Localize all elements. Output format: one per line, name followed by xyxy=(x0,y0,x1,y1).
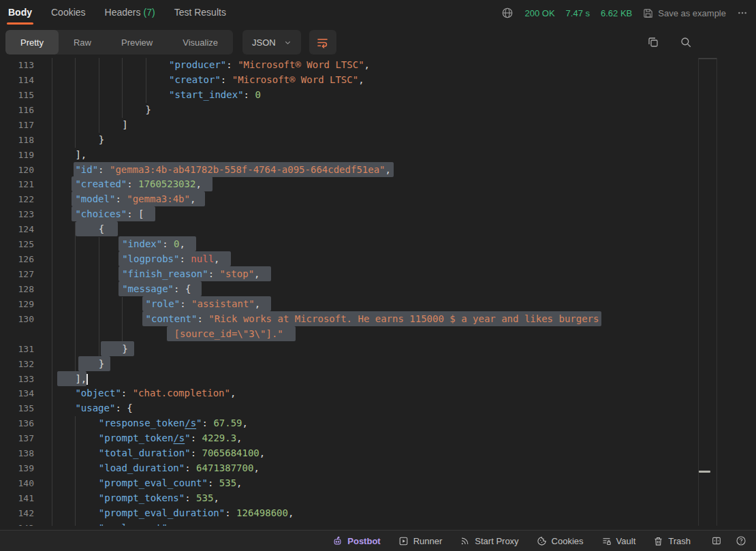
code-line-113[interactable]: 113"producer": "Microsoft® Word LTSC", xyxy=(0,58,756,73)
code-text: "object": "chat.completion", xyxy=(75,386,236,401)
code-line-133[interactable]: 133], xyxy=(0,372,756,387)
code-line-136[interactable]: 136"response_token/s": 67.59, xyxy=(0,416,756,431)
indent-guide xyxy=(75,476,76,491)
line-number: 130 xyxy=(0,312,34,327)
code-line-119[interactable]: 119], xyxy=(0,148,756,163)
view-pretty[interactable]: Pretty xyxy=(5,30,59,54)
more-options-icon[interactable] xyxy=(737,7,748,18)
view-visualize[interactable]: Visualize xyxy=(168,30,233,54)
code-line-137[interactable]: 137"prompt_token/s": 4229.3, xyxy=(0,431,756,446)
code-line-132[interactable]: 132} xyxy=(0,357,756,372)
code-line-117[interactable]: 117] xyxy=(0,118,756,133)
tab-body[interactable]: Body xyxy=(8,0,32,26)
token: : xyxy=(221,74,232,85)
code-text: "start_index": 0 xyxy=(169,88,261,103)
search-icon[interactable] xyxy=(680,36,692,48)
line-wrap-button[interactable] xyxy=(309,30,336,54)
token: "producer" xyxy=(169,59,226,70)
indent-guide xyxy=(122,297,123,312)
code-line-122[interactable]: 122"model": "gemma3:4b", xyxy=(0,192,756,207)
indent-guide xyxy=(122,58,123,73)
postbot-icon xyxy=(332,536,343,546)
line-number: 129 xyxy=(0,297,34,312)
response-size[interactable]: 6.62 KB xyxy=(601,8,632,18)
indent-guide xyxy=(52,521,52,526)
code-line-wrap[interactable]: [source_id=\"3\"]." xyxy=(0,327,756,342)
line-number: 132 xyxy=(0,357,34,372)
code-line-142[interactable]: 142"prompt_eval_duration": 126498600, xyxy=(0,506,756,521)
code-line-121[interactable]: 121"created": 1760523032, xyxy=(0,177,756,192)
text-selection: } xyxy=(101,341,133,356)
tab-headers[interactable]: Headers(7) xyxy=(105,0,155,26)
text-selection: "index": 0, xyxy=(119,236,196,251)
code-line-128[interactable]: 128"message": { xyxy=(0,282,756,297)
scroll-gutter-divider xyxy=(716,58,717,526)
code-line-123[interactable]: 123"choices": [ xyxy=(0,207,756,222)
chevron-down-icon xyxy=(284,39,292,46)
code-line-118[interactable]: 118} xyxy=(0,133,756,148)
code-line-126[interactable]: 126"logprobs": null, xyxy=(0,252,756,267)
save-as-example-button[interactable]: Save as example xyxy=(643,8,726,18)
code-line-141[interactable]: 141"prompt_tokens": 535, xyxy=(0,491,756,506)
response-time[interactable]: 7.47 s xyxy=(566,8,590,18)
token: 0 xyxy=(255,89,260,100)
code-text: ], xyxy=(75,148,86,163)
indent-guide xyxy=(99,73,99,88)
token: ], xyxy=(75,373,86,384)
code-line-138[interactable]: 138"total_duration": 7065684100, xyxy=(0,446,756,461)
token: : xyxy=(185,492,196,503)
trash-button[interactable]: Trash xyxy=(653,536,691,546)
help-icon[interactable] xyxy=(736,535,746,546)
indent-guide xyxy=(75,58,76,73)
token: , xyxy=(214,253,219,264)
view-preview[interactable]: Preview xyxy=(106,30,168,54)
code-line-116[interactable]: 116} xyxy=(0,103,756,118)
code-line-143[interactable]: 143"eval_count": xyxy=(0,521,756,526)
code-text: "finish_reason": "stop", xyxy=(122,267,259,282)
status-code[interactable]: 200 OK xyxy=(524,8,554,18)
postbot-button[interactable]: Postbot xyxy=(332,536,380,546)
code-line-127[interactable]: 127"finish_reason": "stop", xyxy=(0,267,756,282)
code-line-130[interactable]: 130"content": "Rick works at Microsoft. … xyxy=(0,312,756,327)
tab-test-results[interactable]: Test Results xyxy=(174,0,226,26)
code-line-129[interactable]: 129"role": "assistant", xyxy=(0,297,756,312)
indent-guide xyxy=(99,327,99,342)
code-text: "prompt_tokens": 535, xyxy=(99,491,219,506)
scrollbar-marker[interactable] xyxy=(699,471,710,473)
code-line-125[interactable]: 125"index": 0, xyxy=(0,237,756,252)
code-line-135[interactable]: 135"usage": { xyxy=(0,401,756,416)
line-number: 117 xyxy=(0,118,34,133)
cookies-button[interactable]: Cookies xyxy=(537,536,584,546)
token: "response_token xyxy=(99,418,185,428)
view-raw[interactable]: Raw xyxy=(59,30,106,54)
line-number: 131 xyxy=(0,342,34,357)
tab-cookies[interactable]: Cookies xyxy=(51,0,86,26)
code-line-139[interactable]: 139"load_duration": 6471387700, xyxy=(0,461,756,476)
indent-guide xyxy=(52,148,52,163)
indent-guide xyxy=(52,237,52,252)
token: /s xyxy=(173,432,185,443)
vault-button[interactable]: Vault xyxy=(601,536,636,546)
code-line-131[interactable]: 131} xyxy=(0,342,756,357)
indent-guide xyxy=(52,297,52,312)
copy-icon[interactable] xyxy=(647,36,659,48)
runner-button[interactable]: Runner xyxy=(398,536,443,546)
language-dropdown[interactable]: JSON xyxy=(242,30,301,54)
split-panel-icon[interactable] xyxy=(711,535,722,546)
token: "assistant" xyxy=(191,298,255,309)
code-line-140[interactable]: 140"prompt_eval_count": 535, xyxy=(0,476,756,491)
code-line-124[interactable]: 124{ xyxy=(0,222,756,237)
response-body-editor[interactable]: 113"producer": "Microsoft® Word LTSC",11… xyxy=(0,58,756,526)
token: : xyxy=(225,507,236,518)
code-line-120[interactable]: 120"id": "gemma3:4b-ab41782b-558f-4764-a… xyxy=(0,163,756,178)
code-line-115[interactable]: 115"start_index": 0 xyxy=(0,88,756,103)
start-proxy-button[interactable]: Start Proxy xyxy=(460,536,518,546)
globe-icon[interactable] xyxy=(501,7,514,19)
code-line-134[interactable]: 134"object": "chat.completion", xyxy=(0,386,756,401)
indent-guide xyxy=(75,431,76,446)
text-selection: "created": 1760523032, xyxy=(72,176,212,191)
code-text: "total_duration": 7065684100, xyxy=(99,446,265,461)
code-text: "usage": { xyxy=(75,401,132,416)
text-selection: "message": { xyxy=(119,281,202,296)
code-line-114[interactable]: 114"creator": "Microsoft® Word LTSC", xyxy=(0,73,756,88)
